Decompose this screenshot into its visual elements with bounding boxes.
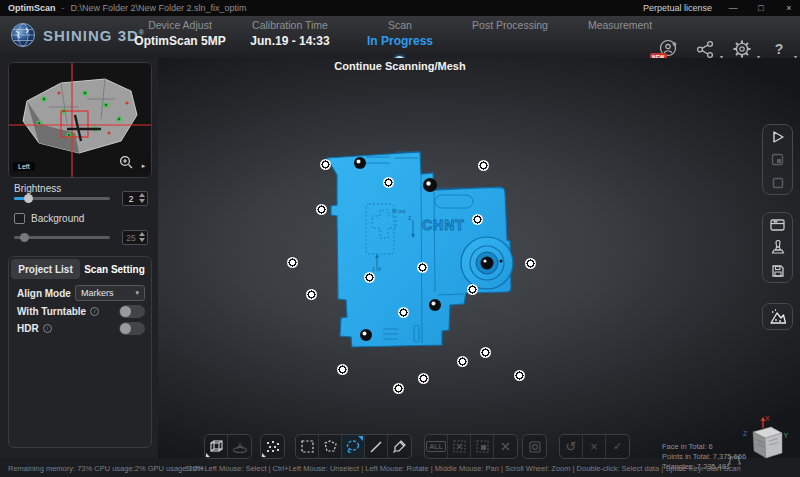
- spin-down-icon[interactable]: [139, 199, 145, 203]
- close-button[interactable]: ×: [782, 3, 796, 13]
- license-label: Perpetual license: [643, 3, 712, 13]
- spin-up-icon[interactable]: [139, 193, 145, 197]
- scan-marker: [525, 258, 536, 269]
- marker-view-group: [260, 434, 285, 459]
- turntable-icon: [232, 440, 248, 454]
- background-spinbox[interactable]: 25: [122, 230, 148, 245]
- magnifier-button[interactable]: [119, 155, 133, 173]
- background-slider[interactable]: [14, 236, 110, 239]
- background-checkbox[interactable]: [14, 213, 25, 224]
- single-capture-button[interactable]: [763, 148, 792, 171]
- save-project-button[interactable]: [763, 259, 792, 282]
- cube-icon: [209, 439, 224, 454]
- app-title: OptimScan: [8, 3, 56, 13]
- undo-icon: ↺: [566, 439, 577, 454]
- axis-left-label: Z: [743, 430, 748, 437]
- delete-x-icon: [499, 440, 512, 453]
- hdr-toggle[interactable]: [119, 322, 145, 335]
- stamp-icon: [771, 240, 785, 255]
- cube-view-button[interactable]: [205, 435, 228, 458]
- expand-selection-button[interactable]: [448, 435, 471, 458]
- gear-icon: [732, 39, 752, 59]
- preview-expand-button[interactable]: ▸: [138, 159, 149, 173]
- undo-button[interactable]: ↺: [560, 435, 583, 458]
- help-button[interactable]: ? ▾: [768, 38, 790, 60]
- project-tools-group: [762, 212, 793, 283]
- scan-marker: [398, 307, 409, 318]
- share-button[interactable]: ▾: [694, 38, 716, 60]
- invert-selection-icon: [475, 439, 490, 454]
- marker-stamp-button[interactable]: [763, 236, 792, 259]
- info-icon: i: [90, 307, 99, 316]
- share-icon: [696, 40, 715, 59]
- with-turntable-toggle[interactable]: [119, 305, 145, 318]
- show-markers-button[interactable]: [261, 435, 284, 458]
- brush-select-button[interactable]: [388, 435, 411, 458]
- lasso-select-button[interactable]: [342, 435, 365, 458]
- play-icon: [771, 130, 785, 144]
- mesh-optimize-button[interactable]: [762, 303, 793, 330]
- annotation-lift-out: lift out: [392, 208, 406, 214]
- status-bar: Remaining memory: 73% CPU usage:2% GPU u…: [0, 460, 800, 477]
- save-icon: [771, 264, 785, 278]
- bottom-toolbar: ALL: [204, 434, 630, 459]
- step-measurement[interactable]: Measurement: [550, 19, 690, 31]
- start-scan-button[interactable]: [763, 125, 792, 148]
- lasso-select-icon: [345, 439, 361, 454]
- background-label: Background: [31, 213, 84, 224]
- axis-top-label: X: [765, 415, 770, 422]
- capture-frame-icon: [771, 153, 784, 166]
- cancel-edit-button[interactable]: ×: [583, 435, 606, 458]
- confirm-edit-button[interactable]: ✓: [606, 435, 629, 458]
- spin-down-icon[interactable]: [139, 238, 145, 242]
- title-bar: OptimScan - D:\New Folder 2\New Folder 2…: [0, 0, 800, 16]
- select-all-button[interactable]: ALL: [425, 435, 448, 458]
- brightness-spinbox[interactable]: 2: [122, 191, 148, 206]
- camera-view-button[interactable]: [763, 213, 792, 236]
- select-all-icon: ALL: [426, 441, 446, 452]
- header-bar: SHINING 3D® Device Adjust OptimScan 5MP …: [0, 16, 800, 58]
- system-usage-text: Remaining memory: 73% CPU usage:2% GPU u…: [8, 464, 204, 473]
- object-brand-text: CHNT: [422, 217, 465, 233]
- brush-icon: [392, 439, 407, 454]
- scanned-object-breaker[interactable]: lift out 2 1 lift CHNT: [318, 148, 518, 348]
- stop-scan-button[interactable]: [763, 171, 792, 194]
- chevron-down-icon: ▾: [135, 289, 139, 297]
- delete-selection-button[interactable]: [494, 435, 517, 458]
- with-turntable-label: With Turntable: [17, 306, 86, 317]
- scan-marker: [467, 284, 478, 295]
- rect-select-icon: [300, 439, 315, 454]
- turntable-button[interactable]: [228, 435, 251, 458]
- align-mode-row: Align Mode i Markers ▾: [17, 284, 145, 302]
- align-mode-dropdown[interactable]: Markers ▾: [75, 285, 145, 301]
- delete-marker-button[interactable]: [523, 435, 546, 458]
- scan-marker: [306, 289, 317, 300]
- help-icon: ?: [775, 41, 784, 57]
- scan-marker: [393, 383, 404, 394]
- tab-scan-setting[interactable]: Scan Setting: [80, 259, 149, 279]
- brightness-slider[interactable]: [14, 197, 110, 200]
- maximize-button[interactable]: □: [754, 3, 768, 13]
- line-select-button[interactable]: [365, 435, 388, 458]
- brightness-label: Brightness: [14, 183, 61, 194]
- faces-total: Face in Total: 6: [662, 442, 746, 452]
- minimize-button[interactable]: —: [726, 3, 740, 13]
- tab-project-list[interactable]: Project List: [11, 259, 80, 279]
- expand-selection-icon: [452, 439, 467, 454]
- settings-button[interactable]: ▾: [731, 38, 753, 60]
- hdr-row: HDR i: [17, 319, 145, 337]
- view-tools-group: [204, 434, 252, 459]
- hdr-label: HDR: [17, 323, 39, 334]
- file-path: D:\New Folder 2\New Folder 2.sln_fix_opt…: [71, 3, 247, 13]
- spin-up-icon[interactable]: [139, 232, 145, 236]
- scan-marker: [418, 373, 429, 384]
- community-button[interactable]: NEW: [657, 38, 679, 60]
- scan-marker: [472, 214, 483, 225]
- rect-select-button[interactable]: [296, 435, 319, 458]
- polygon-select-icon: [323, 439, 338, 454]
- invert-selection-button[interactable]: [471, 435, 494, 458]
- breaker-rotary-boss: [461, 237, 513, 289]
- app-window: OptimScan - D:\New Folder 2\New Folder 2…: [0, 0, 800, 477]
- scan-marker: [457, 356, 468, 367]
- polygon-select-button[interactable]: [319, 435, 342, 458]
